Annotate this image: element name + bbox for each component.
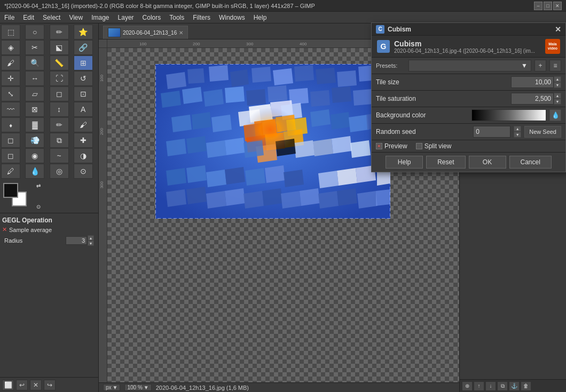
- redo-btn[interactable]: ↪: [44, 380, 56, 390]
- tool-perspective-clone[interactable]: ◻: [1, 148, 20, 163]
- presets-menu-btn[interactable]: ≡: [549, 60, 561, 71]
- zoom-selector[interactable]: 100 % ▼: [124, 384, 151, 391]
- image-container[interactable]: [155, 64, 390, 219]
- tool-heal[interactable]: ✚: [74, 133, 93, 148]
- seed-input[interactable]: [473, 126, 510, 138]
- tool-sample-color[interactable]: ◎: [50, 164, 69, 179]
- menu-image[interactable]: Image: [87, 13, 113, 22]
- tool-ellipse-select[interactable]: ○: [25, 25, 44, 39]
- dialog-close-button[interactable]: ✕: [555, 25, 561, 34]
- radius-up[interactable]: ▲: [88, 235, 94, 241]
- tile-size-input[interactable]: [511, 76, 554, 88]
- tool-dodge[interactable]: ◑: [74, 148, 93, 163]
- tool-gradient[interactable]: ▓: [25, 117, 44, 132]
- tool-blur[interactable]: ◉: [25, 148, 44, 163]
- tool-measure[interactable]: 📏: [50, 55, 69, 70]
- preview-checkbox[interactable]: ✕ Preview: [376, 142, 407, 150]
- menu-file[interactable]: File: [0, 13, 19, 22]
- seed-down[interactable]: ▼: [514, 132, 521, 138]
- delete-layer-btn[interactable]: 🗑: [521, 381, 531, 391]
- duplicate-layer-btn[interactable]: ⧉: [497, 381, 508, 391]
- tool-free-select[interactable]: ✏: [50, 25, 69, 39]
- tool-transform[interactable]: ↔: [25, 71, 44, 86]
- menu-colors[interactable]: Colors: [138, 13, 166, 22]
- radius-down[interactable]: ▼: [88, 241, 94, 246]
- maximize-button[interactable]: □: [544, 2, 552, 10]
- tool-warp[interactable]: 〰: [1, 102, 20, 117]
- menu-tools[interactable]: Tools: [165, 13, 188, 22]
- tool-align[interactable]: ⊞: [74, 55, 93, 70]
- tool-foreground[interactable]: ⬕: [50, 40, 69, 55]
- presets-select[interactable]: ▼: [408, 60, 531, 71]
- tool-paths[interactable]: 🔗: [74, 40, 93, 55]
- tool-flip[interactable]: ↕: [50, 102, 69, 117]
- split-view-checkbox[interactable]: ✕ Split view: [416, 142, 452, 150]
- menu-help[interactable]: Help: [249, 13, 271, 22]
- tool-scale[interactable]: ⤡: [1, 86, 20, 101]
- tool-perspective[interactable]: ◻: [50, 86, 69, 101]
- tool-unified-transform[interactable]: ⊡: [74, 86, 93, 101]
- reset-button[interactable]: Reset: [426, 156, 465, 169]
- image-tab[interactable]: 2020-06-04_12h13_16 ✕: [103, 26, 188, 39]
- seed-up[interactable]: ▲: [514, 126, 521, 132]
- lower-layer-btn[interactable]: ↓: [485, 381, 496, 391]
- tool-zoom[interactable]: 🔍: [25, 55, 44, 70]
- tile-saturation-up[interactable]: ▲: [554, 93, 561, 99]
- tool-crop[interactable]: ⛶: [50, 71, 69, 86]
- bg-color-preview[interactable]: [471, 109, 546, 121]
- reset-colors-icon[interactable]: ⊙: [36, 204, 41, 210]
- tool-cage[interactable]: ⊠: [25, 102, 44, 117]
- dialog-title-bar: C Cubism ✕: [372, 23, 565, 36]
- tool-eraser[interactable]: ◻: [1, 133, 20, 148]
- tool-airbrush[interactable]: 💨: [25, 133, 44, 148]
- menu-layer[interactable]: Layer: [114, 13, 138, 22]
- tool-rect-select[interactable]: ⬚: [1, 25, 20, 39]
- tool-fuzzy-select[interactable]: ⭐: [74, 25, 93, 39]
- tool-pencil[interactable]: ✏: [50, 117, 69, 132]
- tool-shear[interactable]: ▱: [25, 86, 44, 101]
- tool-extra[interactable]: ⊙: [74, 164, 93, 179]
- tile-saturation-down[interactable]: ▼: [554, 99, 561, 105]
- gegl-close-icon[interactable]: ✕: [2, 226, 7, 233]
- fg-color-swatch[interactable]: [3, 183, 18, 198]
- menu-filters[interactable]: Filters: [188, 13, 215, 22]
- menu-select[interactable]: Select: [38, 13, 65, 22]
- unit-selector[interactable]: px ▼: [103, 384, 120, 391]
- tool-by-color[interactable]: ◈: [1, 40, 20, 55]
- minimize-button[interactable]: –: [534, 2, 543, 10]
- menu-windows[interactable]: Windows: [215, 13, 249, 22]
- image-tab-thumb: [108, 28, 121, 37]
- tile-size-down[interactable]: ▼: [554, 82, 561, 88]
- tool-paint-select[interactable]: 🖌: [1, 55, 20, 70]
- tool-paintbrush[interactable]: 🖌: [74, 117, 93, 132]
- new-layer-group-btn[interactable]: ⊕: [462, 381, 473, 391]
- radius-input[interactable]: [66, 236, 87, 245]
- ok-button[interactable]: OK: [469, 156, 506, 169]
- tile-saturation-input[interactable]: [511, 93, 554, 105]
- tool-text[interactable]: A: [74, 102, 93, 117]
- raise-layer-btn[interactable]: ↑: [474, 381, 484, 391]
- menu-edit[interactable]: Edit: [19, 13, 38, 22]
- swap-colors-icon[interactable]: ⇄: [36, 183, 41, 189]
- tool-ink[interactable]: 🖊: [1, 164, 20, 179]
- menu-view[interactable]: View: [65, 13, 87, 22]
- anchor-layer-btn[interactable]: ⚓: [509, 381, 520, 391]
- tool-rotate[interactable]: ↺: [74, 71, 93, 86]
- presets-add-btn[interactable]: +: [534, 60, 546, 71]
- undo-btn[interactable]: ↩: [16, 380, 28, 390]
- tile-size-up[interactable]: ▲: [554, 76, 561, 82]
- tool-move[interactable]: ✛: [1, 71, 20, 86]
- tool-scissors[interactable]: ✂: [25, 40, 44, 55]
- help-button[interactable]: Help: [386, 156, 423, 169]
- cancel-button[interactable]: Cancel: [509, 156, 552, 169]
- new-seed-button[interactable]: New Seed: [524, 126, 561, 138]
- tool-bucket-fill[interactable]: ⬧: [1, 117, 20, 132]
- tool-smudge[interactable]: ~: [50, 148, 69, 163]
- tool-color-picker[interactable]: 💧: [25, 164, 44, 179]
- image-tab-close-icon[interactable]: ✕: [179, 30, 183, 36]
- bg-color-picker-btn[interactable]: 💧: [549, 109, 561, 121]
- tool-clone[interactable]: ⧉: [50, 133, 69, 148]
- new-image-btn[interactable]: ⬜: [2, 380, 14, 390]
- clear-btn[interactable]: ✕: [30, 380, 42, 390]
- close-button[interactable]: ✕: [553, 2, 562, 10]
